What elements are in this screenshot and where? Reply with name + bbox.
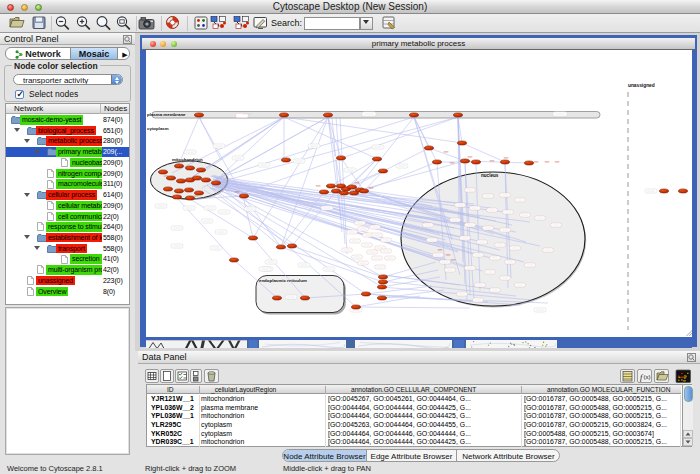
svg-text:cytoplasm: cytoplasm [147, 126, 169, 131]
svg-text:(x): (x) [644, 374, 651, 380]
svg-text:nucleus: nucleus [481, 173, 499, 178]
svg-text:plasma membrane: plasma membrane [147, 112, 186, 117]
svg-text:endoplasmic reticulum: endoplasmic reticulum [259, 278, 307, 283]
svg-text:mitochondrion: mitochondrion [172, 157, 203, 162]
svg-text:unassigned: unassigned [628, 83, 655, 88]
